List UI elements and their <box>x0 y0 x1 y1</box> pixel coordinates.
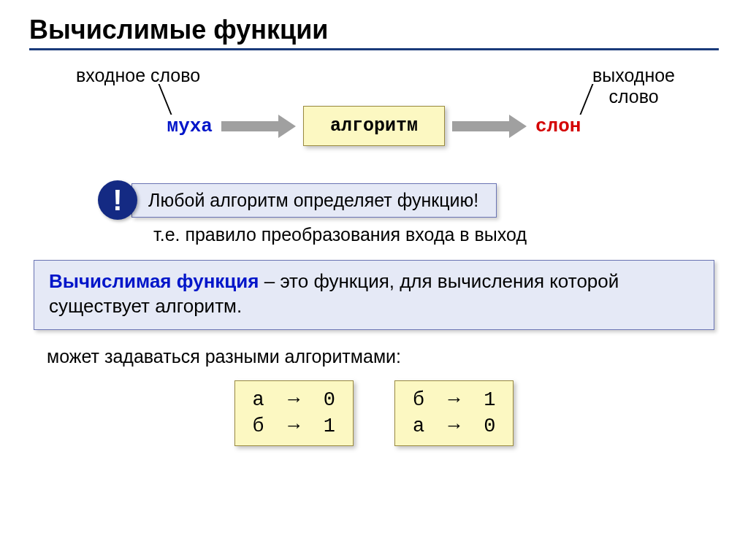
arrow-icon <box>221 115 296 138</box>
algorithms-note: может задаваться разными алгоритмами: <box>47 346 719 367</box>
slide-content: Вычислимые функции входное слово выходно… <box>0 0 748 461</box>
rule-line: б → 1 <box>413 387 495 413</box>
algorithm-box: алгоритм <box>303 106 445 146</box>
sub-note: т.е. правило преобразования входа в выхо… <box>153 224 719 245</box>
input-word: муха <box>167 115 213 137</box>
output-label: выходное слово <box>592 65 675 107</box>
title-underline <box>29 48 719 50</box>
rule-line: б → 1 <box>253 413 335 440</box>
algorithm-diagram: входное слово выходное слово муха алгори… <box>51 68 697 163</box>
slide-title: Вычислимые функции <box>29 15 719 45</box>
definition-term: Вычислимая функция <box>49 270 259 292</box>
definition-box: Вычислимая функция – это функция, для вы… <box>34 260 714 330</box>
rule-box-2: б → 1 а → 0 <box>394 380 514 447</box>
rules-row: а → 0 б → 1 б → 1 а → 0 <box>29 380 719 447</box>
rule-line: а → 0 <box>253 387 335 413</box>
arrow-icon <box>452 115 527 138</box>
important-callout: ! Любой алгоритм определяет функцию! <box>98 180 719 220</box>
flow-line: муха алгоритм слон <box>51 106 697 146</box>
exclamation-icon: ! <box>98 180 137 220</box>
rule-box-1: а → 0 б → 1 <box>234 380 354 447</box>
output-word: слон <box>535 115 581 137</box>
callout-text: Любой алгоритм определяет функцию! <box>131 183 497 218</box>
rule-line: а → 0 <box>413 413 495 440</box>
input-label: входное слово <box>76 65 200 86</box>
